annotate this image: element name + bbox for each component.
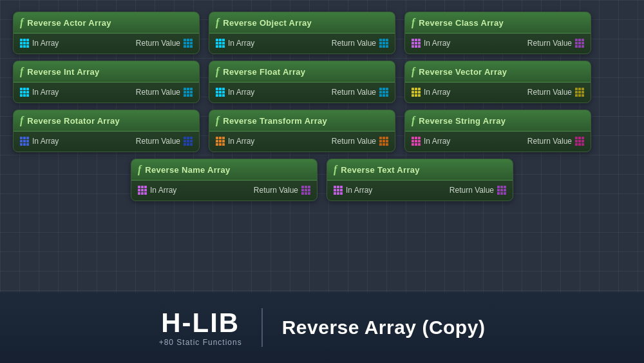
node-row-row2: fReverse Int ArrayIn ArrayReturn ValuefR… [13, 61, 631, 103]
function-icon: f [216, 66, 219, 77]
in-array-grid-icon [412, 39, 421, 48]
in-array-pin[interactable]: In Array [20, 88, 59, 97]
function-icon: f [412, 17, 415, 28]
node-body-reverse-class-array: In ArrayReturn Value [405, 34, 591, 54]
node-header-reverse-object-array: fReverse Object Array [209, 12, 395, 34]
return-value-grid-icon [301, 186, 310, 195]
in-array-pin[interactable]: In Array [412, 88, 450, 97]
node-body-reverse-transform-array: In ArrayReturn Value [209, 132, 395, 152]
node-title: Reverse Text Array [341, 165, 419, 175]
in-array-pin[interactable]: In Array [216, 88, 254, 97]
in-array-grid-icon [216, 137, 225, 146]
node-title: Reverse Object Array [223, 18, 312, 28]
in-array-pin[interactable]: In Array [20, 39, 59, 48]
in-array-pin[interactable]: In Array [412, 39, 450, 48]
return-value-pin[interactable]: Return Value [332, 88, 388, 97]
return-value-label: Return Value [450, 186, 494, 195]
node-header-reverse-text-array: fReverse Text Array [327, 159, 513, 181]
node-title: Reverse Float Array [223, 67, 305, 77]
in-array-label: In Array [228, 137, 254, 146]
node-header-reverse-int-array: fReverse Int Array [14, 61, 199, 83]
function-icon: f [412, 115, 415, 126]
in-array-pin[interactable]: In Array [412, 137, 450, 146]
node-title: Reverse Transform Array [223, 116, 327, 126]
node-header-reverse-vector-array: fReverse Vector Array [405, 61, 591, 83]
return-value-pin[interactable]: Return Value [254, 186, 310, 195]
branding-left: H-LIB +80 Static Functions [159, 308, 263, 347]
in-array-pin[interactable]: In Array [138, 186, 176, 195]
function-icon: f [20, 17, 23, 28]
node-body-reverse-rotator-array: In ArrayReturn Value [14, 132, 199, 152]
function-icon: f [216, 17, 219, 28]
node-title: Reverse String Array [419, 116, 506, 126]
node-header-reverse-name-array: fReverse Name Array [131, 159, 317, 181]
in-array-label: In Array [424, 88, 450, 97]
canvas: fReverse Actor ArrayIn ArrayReturn Value… [0, 0, 644, 292]
node-body-reverse-object-array: In ArrayReturn Value [209, 34, 395, 54]
return-value-label: Return Value [527, 88, 572, 97]
in-array-label: In Array [228, 88, 254, 97]
return-value-grid-icon [379, 88, 388, 97]
return-value-grid-icon [575, 137, 584, 146]
return-value-pin[interactable]: Return Value [332, 137, 388, 146]
return-value-pin[interactable]: Return Value [527, 137, 584, 146]
in-array-pin[interactable]: In Array [216, 39, 254, 48]
return-value-pin[interactable]: Return Value [527, 39, 584, 48]
in-array-grid-icon [20, 39, 29, 48]
return-value-pin[interactable]: Return Value [527, 88, 584, 97]
in-array-pin[interactable]: In Array [216, 137, 254, 146]
return-value-label: Return Value [136, 88, 180, 97]
in-array-label: In Array [346, 186, 372, 195]
node-reverse-string-array[interactable]: fReverse String ArrayIn ArrayReturn Valu… [404, 110, 591, 152]
node-row-row1: fReverse Actor ArrayIn ArrayReturn Value… [13, 12, 631, 54]
node-reverse-int-array[interactable]: fReverse Int ArrayIn ArrayReturn Value [13, 61, 200, 103]
hlib-logo: H-LIB [161, 308, 240, 338]
node-reverse-name-array[interactable]: fReverse Name ArrayIn ArrayReturn Value [131, 159, 317, 201]
node-reverse-transform-array[interactable]: fReverse Transform ArrayIn ArrayReturn V… [209, 110, 395, 152]
function-icon: f [20, 66, 23, 77]
return-value-pin[interactable]: Return Value [450, 186, 506, 195]
in-array-pin[interactable]: In Array [334, 186, 372, 195]
function-icon: f [216, 115, 219, 126]
return-value-pin[interactable]: Return Value [136, 137, 193, 146]
in-array-grid-icon [20, 137, 29, 146]
node-reverse-object-array[interactable]: fReverse Object ArrayIn ArrayReturn Valu… [209, 12, 395, 54]
node-reverse-actor-array[interactable]: fReverse Actor ArrayIn ArrayReturn Value [13, 12, 200, 54]
node-row-row3: fReverse Rotator ArrayIn ArrayReturn Val… [13, 110, 631, 152]
in-array-pin[interactable]: In Array [20, 137, 59, 146]
return-value-pin[interactable]: Return Value [136, 39, 193, 48]
node-body-reverse-float-array: In ArrayReturn Value [209, 83, 395, 103]
in-array-grid-icon [138, 186, 147, 195]
return-value-grid-icon [497, 186, 506, 195]
in-array-grid-icon [412, 137, 421, 146]
return-value-label: Return Value [254, 186, 298, 195]
node-title: Reverse Actor Array [27, 18, 111, 28]
node-reverse-text-array[interactable]: fReverse Text ArrayIn ArrayReturn Value [327, 159, 513, 201]
return-value-label: Return Value [527, 137, 572, 146]
in-array-label: In Array [32, 39, 59, 48]
node-header-reverse-class-array: fReverse Class Array [405, 12, 591, 34]
node-title: Reverse Int Array [27, 67, 99, 77]
node-reverse-vector-array[interactable]: fReverse Vector ArrayIn ArrayReturn Valu… [404, 61, 591, 103]
in-array-grid-icon [216, 88, 225, 97]
node-reverse-rotator-array[interactable]: fReverse Rotator ArrayIn ArrayReturn Val… [13, 110, 200, 152]
node-title: Reverse Vector Array [419, 67, 507, 77]
return-value-grid-icon [379, 137, 388, 146]
node-reverse-float-array[interactable]: fReverse Float ArrayIn ArrayReturn Value [209, 61, 395, 103]
in-array-grid-icon [412, 88, 421, 97]
return-value-pin[interactable]: Return Value [136, 88, 193, 97]
function-icon: f [334, 164, 337, 175]
node-title: Reverse Rotator Array [27, 116, 120, 126]
in-array-label: In Array [424, 39, 450, 48]
in-array-label: In Array [150, 186, 176, 195]
return-value-grid-icon [184, 137, 193, 146]
return-value-label: Return Value [136, 137, 180, 146]
return-value-pin[interactable]: Return Value [332, 39, 388, 48]
in-array-label: In Array [424, 137, 450, 146]
function-icon: f [138, 164, 141, 175]
return-value-label: Return Value [332, 88, 376, 97]
node-reverse-class-array[interactable]: fReverse Class ArrayIn ArrayReturn Value [404, 12, 591, 54]
footer: H-LIB +80 Static Functions Reverse Array… [0, 292, 644, 363]
footer-title: Reverse Array (Copy) [263, 317, 486, 338]
node-body-reverse-text-array: In ArrayReturn Value [327, 181, 513, 201]
